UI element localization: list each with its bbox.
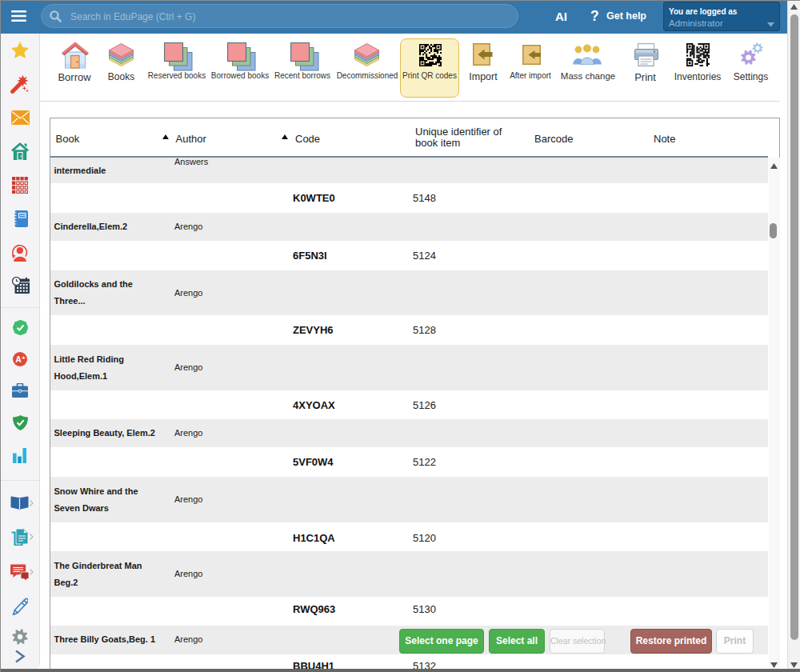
svg-text:A: A: [15, 354, 22, 364]
svg-text:+: +: [22, 354, 26, 362]
